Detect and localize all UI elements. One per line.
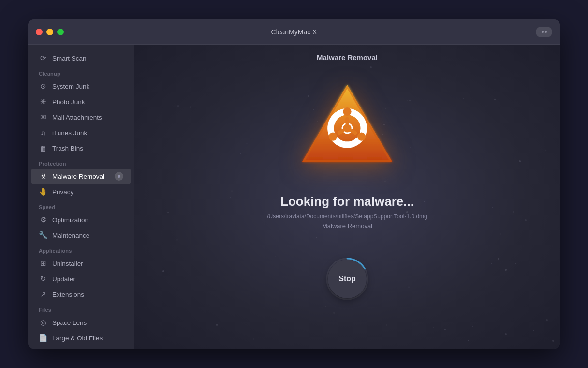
trash-icon: 🗑 <box>39 144 47 153</box>
sidebar-section-speed: Speed <box>28 199 134 212</box>
sidebar-item-photo-junk[interactable]: ✳ Photo Junk <box>31 94 131 109</box>
sidebar-item-label: Optimization <box>52 216 88 224</box>
minimize-button[interactable] <box>46 29 53 35</box>
svg-line-8 <box>339 131 342 133</box>
svg-point-5 <box>343 124 351 132</box>
svg-point-4 <box>329 132 337 140</box>
page-title: Malware Removal <box>134 53 560 61</box>
sidebar-item-label: Trash Bins <box>52 145 83 152</box>
optimization-icon: ⚙ <box>39 215 47 224</box>
sidebar-item-shredder[interactable]: ≡ Shredder <box>31 346 131 349</box>
sidebar-item-label: Mail Attachments <box>52 114 102 121</box>
sidebar-item-malware-removal[interactable]: ☣ Malware Removal <box>31 169 131 184</box>
sidebar-section-cleanup: Cleanup <box>28 66 134 78</box>
large-files-icon: 📄 <box>39 334 47 342</box>
sidebar-item-label: Uninstaller <box>52 260 83 267</box>
sidebar-item-large-old-files[interactable]: 📄 Large & Old Files <box>31 330 131 346</box>
sidebar-item-label: Space Lens <box>52 319 87 326</box>
updater-icon: ↻ <box>39 275 47 283</box>
privacy-icon: 🤚 <box>39 187 47 196</box>
mail-icon: ✉ <box>39 113 47 122</box>
sidebar-item-extensions[interactable]: ↗ Extensions <box>31 287 131 302</box>
extensions-icon: ↗ <box>39 290 47 299</box>
svg-point-3 <box>357 132 366 140</box>
close-button[interactable] <box>36 29 43 35</box>
uninstaller-icon: ⊞ <box>39 259 47 268</box>
app-window: CleanMyMac X ⟳ Smart Scan Cleanup ⊙ Syst… <box>28 19 560 349</box>
sidebar-item-optimization[interactable]: ⚙ Optimization <box>31 212 131 228</box>
sidebar-item-itunes-junk[interactable]: ♫ iTunes Junk <box>31 125 131 140</box>
looking-text: Looking for malware... <box>267 194 427 209</box>
sidebar-item-system-junk[interactable]: ⊙ System Junk <box>31 78 131 94</box>
stop-button[interactable]: Stop <box>328 260 367 298</box>
traffic-lights <box>36 29 64 35</box>
main-content: Malware Removal <box>134 45 560 349</box>
sidebar-item-trash-bins[interactable]: 🗑 Trash Bins <box>31 140 131 156</box>
photo-junk-icon: ✳ <box>39 97 47 106</box>
sidebar-item-label: Updater <box>52 276 75 283</box>
sidebar-item-label: Photo Junk <box>52 98 85 106</box>
sidebar-section-applications: Applications <box>28 243 134 256</box>
sidebar-item-label: iTunes Junk <box>52 129 87 137</box>
sidebar-item-smart-scan[interactable]: ⟳ Smart Scan <box>31 50 131 66</box>
app-title: CleanMyMac X <box>271 28 317 36</box>
svg-line-7 <box>352 131 355 133</box>
system-junk-icon: ⊙ <box>39 82 47 91</box>
biohazard-icon: ☣ <box>39 172 47 181</box>
sidebar-item-label: System Junk <box>52 83 89 90</box>
status-text: Looking for malware... /Users/traviata/D… <box>267 194 427 230</box>
header-right <box>536 27 552 37</box>
sidebar-item-label: Malware Removal <box>52 173 104 180</box>
svg-point-2 <box>343 107 351 115</box>
sidebar-item-label: Privacy <box>52 188 74 196</box>
icon-area: Looking for malware... /Users/traviata/D… <box>267 74 427 300</box>
file-path: /Users/traviata/Documents/utlifies/Setap… <box>267 213 427 220</box>
svg-point-0 <box>118 175 120 178</box>
title-bar: CleanMyMac X <box>28 19 560 45</box>
sidebar-item-uninstaller[interactable]: ⊞ Uninstaller <box>31 256 131 271</box>
maintenance-icon: 🔧 <box>39 231 47 240</box>
sidebar: ⟳ Smart Scan Cleanup ⊙ System Junk ✳ Pho… <box>28 45 134 349</box>
biohazard-wrapper <box>294 74 400 181</box>
active-indicator <box>115 172 123 181</box>
smart-scan-icon: ⟳ <box>39 54 47 62</box>
sidebar-section-files: Files <box>28 302 134 315</box>
sidebar-item-privacy[interactable]: 🤚 Privacy <box>31 184 131 199</box>
sidebar-item-label: Smart Scan <box>52 55 87 62</box>
sidebar-item-space-lens[interactable]: ◎ Space Lens <box>31 315 131 330</box>
content-area: ⟳ Smart Scan Cleanup ⊙ System Junk ✳ Pho… <box>28 45 560 349</box>
sidebar-section-protection: Protection <box>28 156 134 169</box>
sidebar-item-maintenance[interactable]: 🔧 Maintenance <box>31 228 131 243</box>
space-lens-icon: ◎ <box>39 318 47 327</box>
maximize-button[interactable] <box>57 29 64 35</box>
sidebar-item-label: Maintenance <box>52 232 89 239</box>
biohazard-svg <box>296 77 398 178</box>
more-options-button[interactable] <box>536 27 552 37</box>
sidebar-item-label: Large & Old Files <box>52 335 103 342</box>
music-icon: ♫ <box>39 128 47 137</box>
malware-label: Malware Removal <box>267 222 427 230</box>
sidebar-item-label: Extensions <box>52 291 84 298</box>
sidebar-item-mail-attachments[interactable]: ✉ Mail Attachments <box>31 109 131 125</box>
stop-button-wrapper: Stop <box>326 258 368 300</box>
sidebar-item-updater[interactable]: ↻ Updater <box>31 271 131 287</box>
